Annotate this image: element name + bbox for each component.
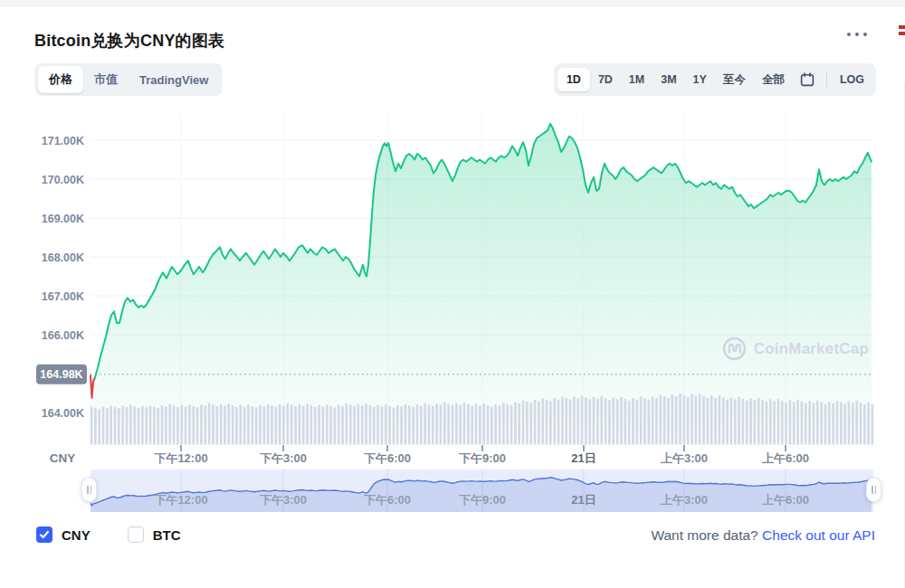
api-promo-text: Want more data? — [651, 527, 757, 543]
volume-bar — [529, 403, 532, 444]
volume-bar — [482, 403, 485, 444]
volume-bar — [667, 398, 670, 445]
volume-bar — [334, 407, 337, 444]
volume-bar — [102, 407, 105, 445]
y-axis-label: 170.00K — [42, 174, 84, 186]
volume-bar — [263, 406, 266, 444]
volume-bar — [675, 396, 678, 444]
volume-bar — [467, 404, 470, 445]
volume-bar — [227, 403, 230, 444]
volume-bar — [620, 397, 623, 445]
y-axis-label: 166.00K — [42, 329, 84, 342]
volume-bar — [719, 395, 721, 444]
volume-bar — [161, 405, 164, 444]
volume-bar — [420, 405, 423, 444]
volume-bar — [769, 399, 772, 444]
price-chart[interactable]: 171.00K170.00K169.00K168.00K167.00K166.0… — [0, 0, 905, 588]
volume-bar — [314, 407, 317, 445]
volume-bar — [373, 407, 376, 445]
volume-bar — [672, 395, 674, 445]
volume-bar — [168, 404, 171, 445]
cny-checkbox-label[interactable]: CNY — [62, 527, 90, 543]
volume-bar — [553, 398, 556, 444]
volume-bar — [338, 405, 340, 445]
volume-bar — [534, 400, 537, 444]
minimap-x-label: 下午12:00 — [154, 493, 207, 507]
volume-bar — [691, 394, 693, 445]
volume-bar — [832, 403, 834, 445]
volume-bar — [757, 398, 760, 445]
volume-bar — [518, 403, 520, 445]
volume-bar — [860, 403, 862, 445]
volume-bar — [813, 403, 815, 444]
volume-bar — [499, 405, 501, 444]
volume-bar — [208, 403, 211, 445]
volume-bar — [440, 405, 443, 445]
volume-bar — [541, 398, 544, 444]
minimap-x-label: 上午6:00 — [762, 493, 809, 507]
volume-bar — [196, 407, 199, 445]
volume-bar — [165, 406, 167, 444]
volume-bar — [624, 399, 626, 445]
volume-bar — [435, 403, 438, 444]
volume-bar — [576, 398, 579, 444]
y-axis-label: 168.00K — [42, 251, 84, 264]
volume-bar — [180, 405, 183, 445]
volume-bar — [491, 407, 493, 445]
volume-bar — [848, 402, 851, 445]
volume-bar — [287, 403, 290, 445]
volume-bar — [836, 401, 839, 444]
volume-bar — [200, 404, 203, 444]
volume-bar — [605, 398, 607, 445]
volume-bar — [824, 404, 827, 445]
minimap-right-handle[interactable] — [866, 478, 881, 502]
btc-checkbox-label[interactable]: BTC — [153, 527, 181, 543]
volume-bar — [349, 404, 352, 444]
volume-bar — [714, 398, 717, 445]
volume-bar — [318, 405, 320, 445]
volume-bar — [235, 407, 238, 445]
volume-bar — [294, 406, 297, 445]
volume-bar — [157, 408, 159, 445]
volume-bar — [526, 402, 529, 445]
volume-bar — [608, 400, 611, 444]
x-axis-label: 21日 — [571, 451, 595, 465]
volume-bar — [522, 401, 525, 445]
volume-bar — [777, 399, 780, 445]
minimap-x-label: 21日 — [571, 493, 595, 507]
volume-bar — [781, 401, 784, 445]
volume-bar — [428, 404, 431, 444]
volume-bar — [793, 402, 795, 444]
volume-bar — [471, 406, 473, 445]
volume-bar — [129, 405, 132, 445]
volume-bar — [408, 405, 411, 444]
volume-bar — [828, 402, 831, 444]
volume-bar — [405, 404, 407, 445]
volume-bar — [726, 400, 729, 445]
volume-bar — [94, 408, 97, 445]
x-axis-label: 下午6:00 — [364, 451, 411, 465]
api-link[interactable]: Check out our API — [762, 527, 875, 543]
btc-checkbox[interactable] — [128, 526, 144, 543]
volume-bar — [369, 405, 372, 445]
cny-checkbox[interactable] — [36, 526, 52, 543]
volume-bar — [749, 398, 752, 444]
volume-bar — [855, 401, 858, 445]
scrollbar-marker — [899, 25, 905, 29]
y-axis-label: 167.00K — [42, 290, 84, 303]
volume-bar — [510, 405, 513, 445]
y-axis-label: 171.00K — [42, 135, 84, 147]
volume-bar — [388, 406, 391, 445]
volume-bar — [455, 403, 458, 445]
volume-bar — [220, 404, 223, 445]
minimap-left-handle[interactable] — [81, 478, 97, 502]
volume-bar — [722, 398, 725, 445]
volume-bar — [808, 401, 811, 444]
volume-bar — [432, 406, 434, 445]
volume-bar — [118, 408, 120, 444]
volume-bar — [640, 397, 643, 445]
volume-bar — [805, 403, 807, 445]
volume-bar — [514, 403, 517, 445]
x-axis-label: 下午3:00 — [260, 451, 307, 465]
volume-bar — [573, 396, 576, 444]
